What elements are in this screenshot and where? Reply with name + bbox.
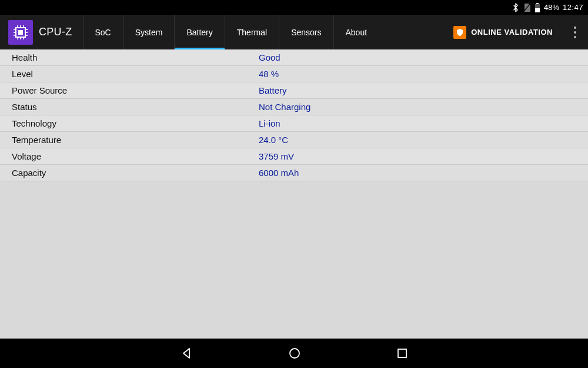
info-value: Not Charging [259, 102, 310, 112]
tab-label: System [135, 28, 163, 37]
nav-recent-button[interactable] [396, 347, 409, 360]
info-value: Good [259, 52, 280, 62]
info-value: 24.0 °C [259, 135, 288, 145]
info-label: Capacity [12, 168, 259, 178]
overflow-menu-button[interactable] [562, 15, 588, 49]
overflow-icon [574, 26, 576, 38]
nav-home-button[interactable] [288, 346, 302, 360]
info-row: TechnologyLi-ion [0, 115, 588, 132]
info-row: HealthGood [0, 49, 588, 66]
info-value: 48 % [259, 69, 279, 79]
app-title: CPU-Z [39, 26, 72, 38]
battery-icon [534, 3, 540, 12]
svg-rect-5 [18, 30, 23, 35]
tab-sensors[interactable]: Sensors [279, 15, 333, 49]
back-triangle-icon [179, 346, 193, 360]
info-label: Temperature [12, 135, 259, 145]
info-label: Level [12, 69, 259, 79]
battery-info-list: HealthGoodLevel48 %Power SourceBatterySt… [0, 49, 588, 339]
tab-label: About [346, 28, 368, 37]
clock-text: 12:47 [563, 3, 583, 12]
home-circle-icon [288, 346, 302, 360]
info-label: Health [12, 52, 259, 62]
android-nav-bar [0, 339, 588, 368]
app-bar: CPU-Z SoCSystemBatteryThermalSensorsAbou… [0, 15, 588, 49]
svg-rect-19 [398, 349, 406, 357]
info-row: Capacity6000 mAh [0, 165, 588, 181]
nav-back-button[interactable] [179, 346, 193, 360]
info-row: Voltage3759 mV [0, 148, 588, 165]
tab-label: Sensors [291, 28, 321, 37]
info-row: Power SourceBattery [0, 82, 588, 99]
svg-rect-3 [535, 8, 540, 12]
online-validation-label: ONLINE VALIDATION [471, 28, 553, 37]
android-status-bar: 48% 12:47 [0, 0, 588, 15]
info-label: Voltage [12, 151, 259, 161]
tab-label: SoC [95, 28, 111, 37]
info-value: Li-ion [259, 118, 280, 128]
info-value: 3759 mV [259, 151, 294, 161]
battery-percent-text: 48% [544, 3, 559, 12]
svg-point-18 [290, 349, 299, 358]
info-label: Power Source [12, 85, 259, 95]
info-value: 6000 mAh [259, 168, 299, 178]
online-validation-button[interactable]: ONLINE VALIDATION [444, 15, 562, 49]
tab-battery[interactable]: Battery [174, 15, 224, 49]
info-row: Temperature24.0 °C [0, 132, 588, 148]
validation-shield-icon [453, 26, 466, 39]
tab-soc[interactable]: SoC [83, 15, 123, 49]
app-brand: CPU-Z [0, 15, 83, 49]
svg-rect-1 [536, 3, 539, 4]
tab-thermal[interactable]: Thermal [225, 15, 279, 49]
info-label: Technology [12, 118, 259, 128]
no-sim-icon [523, 3, 531, 12]
tab-about[interactable]: About [333, 15, 379, 49]
tab-system[interactable]: System [123, 15, 175, 49]
app-logo-icon [8, 20, 33, 45]
recent-square-icon [396, 347, 409, 360]
tab-label: Thermal [237, 28, 267, 37]
info-value: Battery [259, 85, 287, 95]
tab-bar: SoCSystemBatteryThermalSensorsAbout [83, 15, 379, 49]
info-row: Level48 % [0, 66, 588, 82]
info-row: StatusNot Charging [0, 99, 588, 115]
tab-label: Battery [186, 28, 212, 37]
bluetooth-icon [512, 3, 519, 12]
info-label: Status [12, 102, 259, 112]
